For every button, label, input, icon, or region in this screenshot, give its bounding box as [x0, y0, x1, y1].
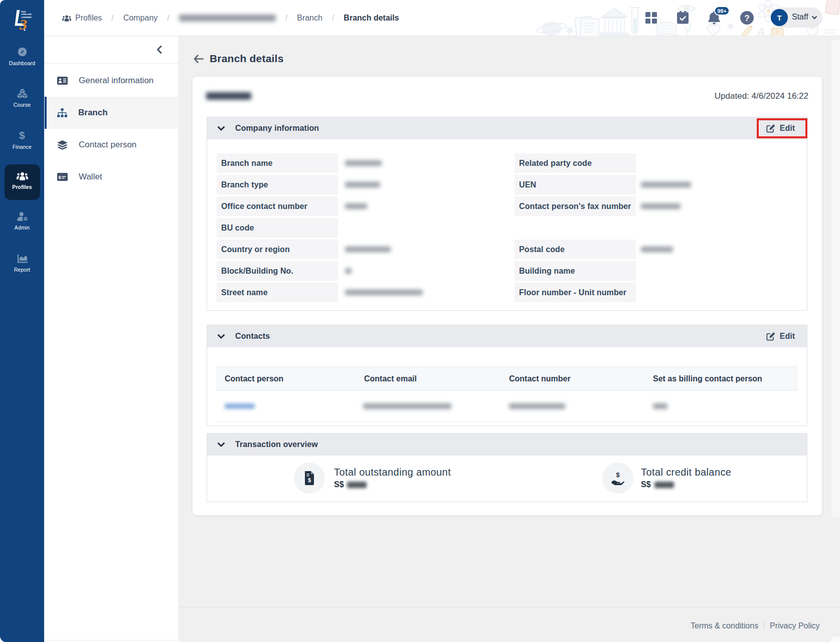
svg-text:$: $ — [59, 174, 62, 180]
svg-text:$: $ — [616, 472, 620, 479]
svg-text:?: ? — [744, 14, 749, 23]
svg-text:LIFELONG: LIFELONG — [22, 13, 32, 16]
svg-text:$: $ — [19, 130, 25, 140]
svg-text:3: 3 — [19, 16, 27, 33]
svg-text:NUS: NUS — [22, 11, 26, 13]
svg-text:A: A — [756, 25, 765, 36]
svg-text:$: $ — [308, 477, 311, 483]
